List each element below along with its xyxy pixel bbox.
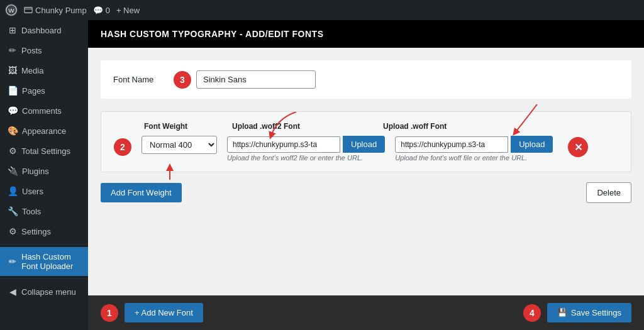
woff2-upload-row: Upload (227, 136, 385, 153)
bottom-bar: 1 + Add New Font 4 💾 Save Settings (88, 295, 644, 330)
page-header: HASH CUSTOM TYPOGRAPHY - ADD/EDIT FONTS (88, 20, 644, 48)
font-name-row: Font Name 3 (101, 60, 631, 99)
page-body: Font Name 3 Font Weight Upload .woff2 Fo… (88, 48, 644, 295)
step-2-badge: 2 (114, 138, 131, 156)
step3-wrapper: 3 (174, 70, 316, 89)
dashboard-icon: ⊞ (8, 25, 18, 35)
sidebar-item-dashboard[interactable]: ⊞ Dashboard (0, 20, 88, 40)
svg-text:W: W (8, 7, 14, 14)
step-3-badge: 3 (174, 71, 191, 89)
delete-font-button[interactable]: Delete (586, 182, 631, 203)
woff2-hint: Upload the font's woff2 file or enter th… (227, 154, 385, 162)
settings-icon: ⚙ (8, 226, 18, 236)
col-label-weight: Font Weight (144, 122, 219, 131)
font-weight-select[interactable]: Normal 400 (142, 136, 217, 154)
svg-rect-2 (25, 8, 32, 13)
sidebar-item-appearance[interactable]: 🎨 Appearance (0, 121, 88, 141)
font-weight-section: Font Weight Upload .woff2 Font Upload .w… (101, 111, 631, 172)
sidebar-item-users[interactable]: 👤 Users (0, 181, 88, 201)
font-weight-row: 2 Normal 400 (114, 136, 618, 162)
sidebar-item-total-settings[interactable]: ⚙ Total Settings (0, 141, 88, 161)
step-4-badge: 4 (523, 304, 541, 322)
plugins-icon: 🔌 (8, 166, 18, 176)
woff-hint: Upload the font's woff file or enter the… (395, 154, 553, 162)
add-font-weight-button[interactable]: Add Font Weight (101, 183, 182, 202)
woff-url-input[interactable] (395, 136, 508, 153)
woff2-url-input[interactable] (227, 136, 340, 153)
collapse-icon: ◀ (8, 287, 18, 297)
comments-icon: 💬 (8, 106, 18, 116)
woff-upload-button[interactable]: Upload (511, 136, 553, 153)
content-area: HASH CUSTOM TYPOGRAPHY - ADD/EDIT FONTS … (88, 20, 644, 330)
add-new-font-button[interactable]: + Add New Font (125, 303, 203, 322)
top-bar: W Chunky Pump 💬 0 + New (0, 0, 644, 20)
sidebar-item-pages[interactable]: 📄 Pages (0, 80, 88, 101)
save-settings-button[interactable]: 💾 Save Settings (547, 303, 631, 322)
hash-custom-icon: ✏ (8, 256, 18, 267)
sidebar-item-media[interactable]: 🖼 Media (0, 60, 88, 80)
arrow-to-select (154, 162, 186, 183)
wp-logo: W (5, 4, 18, 16)
bottom-right: 4 💾 Save Settings (523, 303, 631, 322)
site-name[interactable]: Chunky Pump (24, 6, 87, 15)
new-link[interactable]: + New (116, 6, 140, 15)
sidebar: ⊞ Dashboard ✏ Posts 🖼 Media 📄 Pages 💬 Co… (0, 20, 88, 330)
comments-link[interactable]: 💬 0 (93, 6, 110, 15)
bottom-left: 1 + Add New Font (101, 303, 203, 322)
font-name-label: Font Name (113, 75, 164, 84)
font-weight-header: Font Weight Upload .woff2 Font Upload .w… (114, 122, 618, 131)
col-label-woff: Upload .woff Font (383, 122, 521, 131)
appearance-icon: 🎨 (8, 126, 18, 136)
delete-row-button[interactable]: ✕ (568, 137, 588, 157)
sidebar-separator-2 (0, 278, 88, 279)
woff-upload-row: Upload (395, 136, 553, 153)
posts-icon: ✏ (8, 45, 18, 55)
sidebar-item-settings[interactable]: ⚙ Settings (0, 221, 88, 241)
sidebar-item-collapse[interactable]: ◀ Collapse menu (0, 282, 88, 302)
pages-icon: 📄 (8, 85, 18, 96)
main-layout: ⊞ Dashboard ✏ Posts 🖼 Media 📄 Pages 💬 Co… (0, 20, 644, 330)
font-name-input[interactable] (196, 70, 316, 89)
col-label-woff2: Upload .woff2 Font (232, 122, 370, 131)
media-icon: 🖼 (8, 65, 18, 75)
sidebar-item-tools[interactable]: 🔧 Tools (0, 201, 88, 221)
sidebar-separator (0, 244, 88, 245)
sidebar-item-comments[interactable]: 💬 Comments (0, 101, 88, 121)
step-1-badge: 1 (101, 304, 118, 322)
save-icon: 💾 (557, 308, 567, 317)
sidebar-item-hash-custom[interactable]: ✏ Hash Custom Font Uploader (0, 247, 88, 276)
woff2-upload-group: Upload Upload the font's woff2 file or e… (227, 136, 385, 162)
users-icon: 👤 (8, 186, 18, 196)
tools-icon: 🔧 (8, 206, 18, 216)
sidebar-item-posts[interactable]: ✏ Posts (0, 40, 88, 60)
woff2-upload-button[interactable]: Upload (343, 136, 385, 153)
sidebar-item-plugins[interactable]: 🔌 Plugins (0, 161, 88, 181)
woff-upload-group: Upload Upload the font's woff file or en… (395, 136, 553, 162)
total-settings-icon: ⚙ (8, 146, 18, 156)
buttons-row: Add Font Weight Delete (101, 182, 631, 203)
